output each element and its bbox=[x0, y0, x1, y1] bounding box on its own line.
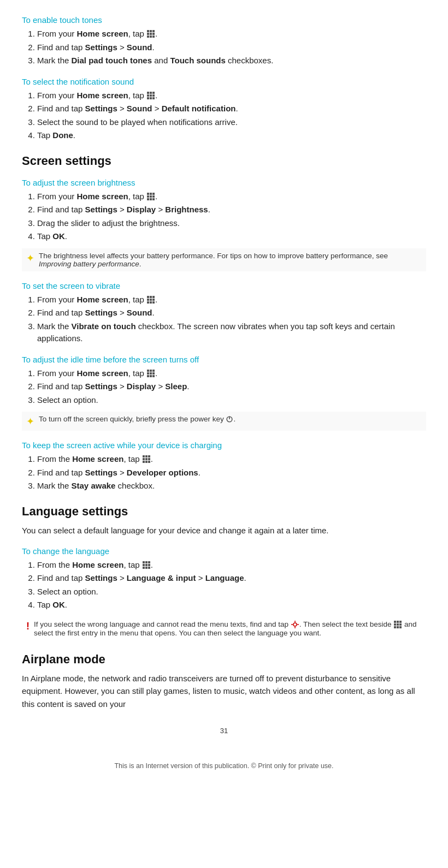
svg-rect-22 bbox=[150, 195, 152, 198]
bold-home-screen: Home screen bbox=[77, 29, 128, 38]
svg-rect-4 bbox=[150, 33, 152, 35]
bold-ok-lang: OK bbox=[52, 600, 65, 609]
svg-rect-18 bbox=[147, 193, 149, 195]
svg-rect-53 bbox=[143, 461, 145, 463]
svg-rect-50 bbox=[143, 458, 145, 460]
tip-text-brightness: The brightness level affects your batter… bbox=[39, 252, 422, 268]
bold-home-screen-3: Home screen bbox=[77, 192, 128, 201]
steps-brightness: From your Home screen, tap . Find and ta… bbox=[37, 191, 426, 243]
svg-rect-2 bbox=[152, 30, 155, 32]
svg-rect-30 bbox=[147, 299, 149, 301]
bold-settings-vib: Settings bbox=[85, 308, 117, 317]
svg-rect-72 bbox=[399, 621, 402, 623]
bold-settings-charge: Settings bbox=[85, 468, 117, 477]
power-icon bbox=[226, 415, 233, 423]
airplane-desc: In Airplane mode, the network and radio … bbox=[22, 672, 426, 710]
bold-done: Done bbox=[52, 130, 73, 140]
svg-rect-12 bbox=[147, 94, 149, 97]
bold-home-screen-5: Home screen bbox=[77, 368, 128, 378]
svg-rect-24 bbox=[147, 198, 149, 200]
step-2: Find and tap Settings > Sound. bbox=[37, 41, 426, 54]
notif-step-2: Find and tap Settings > Sound > Default … bbox=[37, 103, 426, 115]
grid-icon-6 bbox=[142, 455, 151, 463]
bold-ok-bright: OK bbox=[52, 231, 65, 241]
svg-rect-76 bbox=[394, 626, 396, 628]
notif-step-4: Tap Done. bbox=[37, 129, 426, 142]
svg-rect-51 bbox=[145, 458, 148, 460]
svg-rect-28 bbox=[150, 296, 152, 298]
heading-brightness: To adjust the screen brightness bbox=[22, 178, 426, 187]
svg-rect-77 bbox=[397, 626, 399, 628]
tip-icon-idle: ✦ bbox=[26, 415, 34, 427]
warning-icon: ! bbox=[26, 621, 30, 632]
tip-idle: ✦ To turn off the screen quickly, briefl… bbox=[22, 412, 426, 431]
svg-rect-39 bbox=[147, 372, 149, 374]
svg-rect-37 bbox=[150, 370, 152, 372]
svg-rect-64 bbox=[148, 567, 150, 569]
idle-step-1: From your Home screen, tap . bbox=[37, 367, 426, 380]
svg-rect-26 bbox=[152, 198, 155, 200]
steps-vibrate: From your Home screen, tap . Find and ta… bbox=[37, 294, 426, 345]
svg-rect-58 bbox=[148, 561, 150, 563]
svg-rect-11 bbox=[152, 92, 155, 94]
svg-rect-27 bbox=[147, 296, 149, 298]
svg-rect-15 bbox=[147, 97, 149, 99]
svg-rect-6 bbox=[147, 35, 149, 38]
notif-step-3: Select the sound to be played when notif… bbox=[37, 116, 426, 129]
grid-icon-inline bbox=[393, 620, 402, 629]
bright-step-2: Find and tap Settings > Display > Bright… bbox=[37, 204, 426, 216]
bold-brightness: Brightness bbox=[165, 205, 208, 214]
steps-idle: From your Home screen, tap . Find and ta… bbox=[37, 367, 426, 407]
page-number: 31 bbox=[22, 727, 426, 735]
svg-rect-56 bbox=[143, 561, 145, 563]
subsection-idle: To adjust the idle time before the scree… bbox=[22, 355, 426, 407]
bold-dial-pad: Dial pad touch tones bbox=[72, 56, 152, 65]
bold-stay-awake: Stay awake bbox=[72, 481, 116, 490]
svg-rect-21 bbox=[147, 195, 149, 198]
warning-text: If you select the wrong language and can… bbox=[34, 620, 422, 637]
svg-rect-0 bbox=[147, 30, 149, 32]
bold-display: Display bbox=[127, 205, 156, 214]
svg-rect-31 bbox=[150, 299, 152, 301]
svg-rect-34 bbox=[150, 301, 152, 304]
idle-step-3: Select an option. bbox=[37, 394, 426, 407]
section-heading-airplane: Airplane mode bbox=[22, 652, 426, 667]
svg-rect-3 bbox=[147, 33, 149, 35]
bold-home-screen-7: Home screen bbox=[72, 560, 123, 569]
heading-notification-sound: To select the notification sound bbox=[22, 77, 426, 86]
lang-step-1: From the Home screen, tap . bbox=[37, 559, 426, 572]
subsection-charging: To keep the screen active while your dev… bbox=[22, 441, 426, 492]
subsection-touch-tones: To enable touch tones From your Home scr… bbox=[22, 15, 426, 67]
bold-sound-notif: Sound bbox=[127, 104, 152, 113]
vib-step-2: Find and tap Settings > Sound. bbox=[37, 307, 426, 319]
charge-step-2: Find and tap Settings > Developer option… bbox=[37, 467, 426, 479]
svg-rect-17 bbox=[152, 97, 155, 99]
subsection-notification-sound: To select the notification sound From yo… bbox=[22, 77, 426, 142]
svg-rect-13 bbox=[150, 94, 152, 97]
bold-settings-lang: Settings bbox=[85, 573, 117, 582]
step-3: Mark the Dial pad touch tones and Touch … bbox=[37, 55, 426, 67]
svg-rect-48 bbox=[145, 455, 148, 457]
charge-step-3: Mark the Stay awake checkbox. bbox=[37, 480, 426, 492]
tip-icon-brightness: ✦ bbox=[26, 252, 34, 264]
heading-change-language: To change the language bbox=[22, 546, 426, 556]
bold-home-screen-6: Home screen bbox=[72, 454, 123, 463]
lang-step-3: Select an option. bbox=[37, 586, 426, 598]
bold-settings: Settings bbox=[85, 43, 117, 52]
grid-icon bbox=[146, 29, 155, 38]
grid-icon-5 bbox=[146, 369, 155, 378]
svg-rect-41 bbox=[152, 372, 155, 374]
svg-rect-54 bbox=[145, 461, 148, 463]
svg-point-65 bbox=[293, 623, 297, 626]
svg-rect-35 bbox=[152, 301, 155, 304]
subsection-change-language: To change the language From the Home scr… bbox=[22, 546, 426, 611]
svg-rect-71 bbox=[397, 621, 399, 623]
bright-step-1: From your Home screen, tap . bbox=[37, 191, 426, 203]
bold-display-idle: Display bbox=[127, 382, 156, 391]
bright-step-4: Tap OK. bbox=[37, 230, 426, 243]
settings-icon-inline bbox=[291, 620, 299, 629]
tip-brightness: ✦ The brightness level affects your batt… bbox=[22, 248, 426, 271]
svg-rect-55 bbox=[148, 461, 150, 463]
svg-rect-16 bbox=[150, 97, 152, 99]
heading-touch-tones: To enable touch tones bbox=[22, 15, 426, 25]
